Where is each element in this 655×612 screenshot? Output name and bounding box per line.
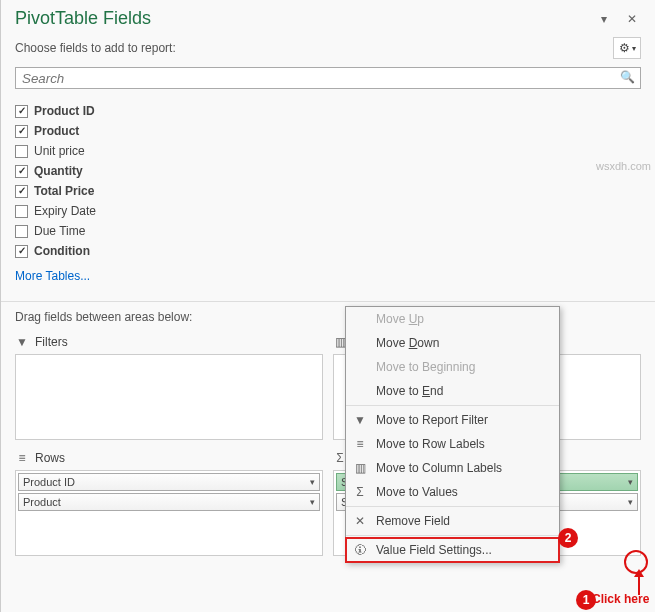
menu-label: Move to Row Labels — [376, 437, 485, 451]
area-label: Filters — [35, 335, 68, 349]
menu-label: Remove Field — [376, 514, 450, 528]
filters-area: ▼Filters — [15, 330, 323, 440]
menu-move-down[interactable]: Move Down — [346, 331, 559, 355]
checkbox[interactable] — [15, 125, 28, 138]
checkbox[interactable] — [15, 225, 28, 238]
menu-to-column-labels[interactable]: ▥Move to Column Labels — [346, 456, 559, 480]
menu-separator — [346, 506, 559, 507]
field-row[interactable]: Total Price — [15, 181, 641, 201]
field-label: Quantity — [34, 164, 83, 178]
context-menu: Move Up Move Down Move to Beginning Move… — [345, 306, 560, 563]
menu-label: Move to Beginning — [376, 360, 475, 374]
checkbox[interactable] — [15, 105, 28, 118]
field-row[interactable]: Quantity — [15, 161, 641, 181]
choose-fields-label: Choose fields to add to report: — [15, 41, 613, 55]
annotation-click-here: Click here — [592, 592, 649, 606]
menu-to-values[interactable]: ΣMove to Values — [346, 480, 559, 504]
menu-to-report-filter[interactable]: ▼Move to Report Filter — [346, 408, 559, 432]
menu-value-field-settings[interactable]: 🛈Value Field Settings... — [346, 538, 559, 562]
sigma-icon: Σ — [352, 485, 368, 499]
field-row[interactable]: Product ID — [15, 101, 641, 121]
chevron-down-icon[interactable]: ▾ — [628, 497, 633, 507]
pill-label: Product ID — [23, 476, 75, 488]
field-list: Product ID Product Unit price Quantity T… — [1, 95, 655, 263]
search-icon: 🔍 — [620, 70, 635, 84]
filter-icon: ▼ — [15, 335, 29, 349]
close-icon: ✕ — [352, 514, 368, 528]
menu-label: Move to End — [376, 384, 443, 398]
pill-label: Product — [23, 496, 61, 508]
filter-icon: ▼ — [352, 413, 368, 427]
field-row[interactable]: Due Time — [15, 221, 641, 241]
watermark: wsxdh.com — [596, 160, 651, 172]
settings-button[interactable]: ⚙ ▾ — [613, 37, 641, 59]
gear-icon: ⚙ — [619, 41, 630, 55]
rows-box[interactable]: Product ID▾ Product▾ — [15, 470, 323, 556]
close-icon[interactable]: ✕ — [623, 10, 641, 28]
menu-label: Move to Report Filter — [376, 413, 488, 427]
field-label: Total Price — [34, 184, 94, 198]
menu-to-row-labels[interactable]: ≡Move to Row Labels — [346, 432, 559, 456]
menu-separator — [346, 405, 559, 406]
checkbox[interactable] — [15, 245, 28, 258]
menu-move-beginning: Move to Beginning — [346, 355, 559, 379]
checkbox[interactable] — [15, 185, 28, 198]
field-row[interactable]: Unit price — [15, 141, 641, 161]
panel-title: PivotTable Fields — [15, 8, 595, 29]
checkbox[interactable] — [15, 165, 28, 178]
rows-icon: ≡ — [352, 437, 368, 451]
menu-label: Value Field Settings... — [376, 543, 492, 557]
chevron-down-icon[interactable]: ▾ — [595, 10, 613, 28]
menu-label: Move Up — [376, 312, 424, 326]
annotation-badge-2: 2 — [558, 528, 578, 548]
menu-separator — [346, 535, 559, 536]
checkbox[interactable] — [15, 145, 28, 158]
menu-move-up: Move Up — [346, 307, 559, 331]
chevron-down-icon[interactable]: ▾ — [310, 477, 315, 487]
menu-remove-field[interactable]: ✕Remove Field — [346, 509, 559, 533]
field-label: Condition — [34, 244, 90, 258]
chevron-down-icon[interactable]: ▾ — [310, 497, 315, 507]
rows-area: ≡Rows Product ID▾ Product▾ — [15, 446, 323, 556]
row-pill[interactable]: Product ID▾ — [18, 473, 320, 491]
field-label: Due Time — [34, 224, 85, 238]
menu-move-end[interactable]: Move to End — [346, 379, 559, 403]
more-tables-link[interactable]: More Tables... — [1, 263, 655, 293]
field-row[interactable]: Expiry Date — [15, 201, 641, 221]
search-input[interactable] — [15, 67, 641, 89]
field-label: Product — [34, 124, 79, 138]
field-label: Product ID — [34, 104, 95, 118]
menu-label: Move to Column Labels — [376, 461, 502, 475]
menu-label: Move to Values — [376, 485, 458, 499]
columns-icon: ▥ — [352, 461, 368, 475]
row-pill[interactable]: Product▾ — [18, 493, 320, 511]
chevron-down-icon[interactable]: ▾ — [628, 477, 633, 487]
menu-label: Move Down — [376, 336, 439, 350]
field-row[interactable]: Condition — [15, 241, 641, 261]
area-label: Rows — [35, 451, 65, 465]
field-label: Unit price — [34, 144, 85, 158]
field-row[interactable]: Product — [15, 121, 641, 141]
checkbox[interactable] — [15, 205, 28, 218]
chevron-down-icon: ▾ — [632, 44, 636, 53]
rows-icon: ≡ — [15, 451, 29, 465]
field-settings-icon: 🛈 — [352, 543, 368, 557]
field-label: Expiry Date — [34, 204, 96, 218]
filters-box[interactable] — [15, 354, 323, 440]
